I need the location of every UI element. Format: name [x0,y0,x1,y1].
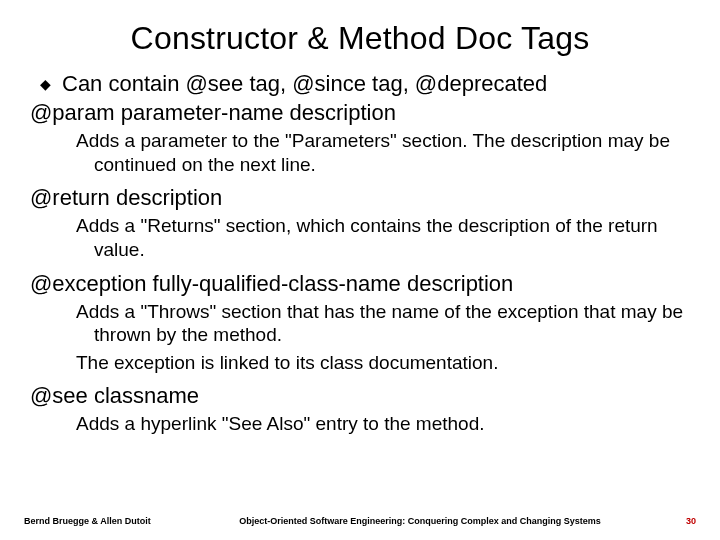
slide: Constructor & Method Doc Tags ◆ Can cont… [0,0,720,540]
tag-return-signature: @return description [30,184,692,212]
footer-authors: Bernd Bruegge & Allen Dutoit [24,516,204,526]
diamond-bullet-icon: ◆ [40,71,62,97]
page-number: 30 [636,516,696,526]
tag-param-signature: @param parameter-name description [30,99,692,127]
tag-see-description: Adds a hyperlink "See Also" entry to the… [76,412,692,436]
tag-exception-description-2: The exception is linked to its class doc… [76,351,692,375]
footer: Bernd Bruegge & Allen Dutoit Object-Orie… [0,516,720,526]
footer-book-title: Object-Oriented Software Engineering: Co… [204,516,636,526]
tag-return-description: Adds a "Returns" section, which contains… [76,214,692,261]
tag-exception-signature: @exception fully-qualified-class-name de… [30,270,692,298]
tag-see-signature: @see classname [30,382,692,410]
bullet-item: ◆ Can contain @see tag, @since tag, @dep… [40,71,692,97]
slide-title: Constructor & Method Doc Tags [28,20,692,57]
bullet-text: Can contain @see tag, @since tag, @depre… [62,71,547,97]
tag-exception-description-1: Adds a "Throws" section that has the nam… [76,300,692,347]
tag-param-description: Adds a parameter to the "Parameters" sec… [76,129,692,176]
